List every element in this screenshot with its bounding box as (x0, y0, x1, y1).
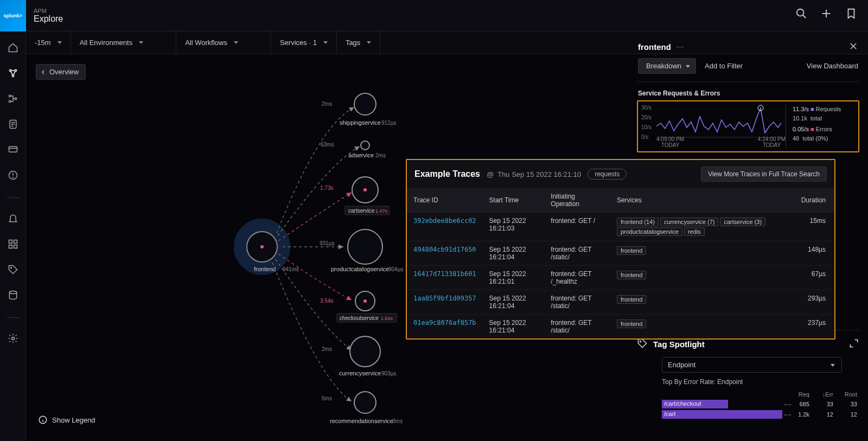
err-val: 12 (809, 411, 833, 418)
environments-dropdown[interactable]: All Environments (71, 31, 177, 54)
nav-logs-icon[interactable] (8, 119, 18, 131)
svg-point-18 (12, 177, 13, 178)
col-start-time: Start Time (483, 188, 545, 213)
root-val: 33 (833, 401, 857, 407)
trace-services: frontend (610, 266, 795, 290)
time-range-picker[interactable]: -15m (26, 31, 71, 54)
req-rate: 11.3/s (793, 106, 809, 112)
traces-chip-requests[interactable]: requests (588, 169, 627, 180)
svg-point-0 (797, 9, 804, 16)
err-label: Errors (816, 126, 832, 132)
search-icon[interactable] (795, 8, 807, 21)
nav-rum-icon[interactable] (8, 144, 18, 157)
service-tag: frontend (617, 319, 646, 328)
nav-home-icon[interactable] (8, 42, 18, 55)
nav-dashboards-icon[interactable] (8, 239, 18, 251)
breakdown-dropdown[interactable]: Breakdown (638, 58, 696, 74)
view-dashboard-link[interactable]: View Dashboard (807, 62, 858, 70)
tag-spotlight-row[interactable]: /cart/checkout6853333 (662, 400, 857, 408)
xaxis-day: TODAY (656, 142, 684, 148)
svg-point-58 (350, 336, 380, 367)
svg-text:5ms: 5ms (322, 395, 332, 401)
svg-rect-20 (14, 240, 17, 244)
nav-tag-icon[interactable] (8, 264, 18, 277)
tags-dropdown[interactable]: Tags (337, 31, 380, 54)
add-icon[interactable] (820, 8, 832, 21)
svg-text:frontend: frontend (254, 266, 276, 272)
col-initiating-op: Initiating Operation (544, 188, 610, 213)
trace-id-link[interactable]: 494804cb91d17650 (413, 246, 476, 253)
col-root: Root (833, 391, 857, 398)
svg-text:931µs: 931µs (320, 240, 334, 246)
table-row[interactable]: 1aa85f9bf1d09357Sep 15 2022 16:21:04fron… (407, 290, 834, 315)
nav-settings-icon[interactable] (8, 333, 18, 346)
bookmark-icon[interactable] (845, 8, 857, 21)
svg-text:941ms: 941ms (283, 266, 299, 272)
nav-alert-icon[interactable] (8, 170, 18, 182)
trace-id-link[interactable]: 16417d713381b601 (413, 270, 476, 278)
svg-point-23 (10, 267, 11, 269)
trace-id-link[interactable]: 1aa85f9bf1d09357 (413, 295, 476, 302)
svg-text:1.47s: 1.47s (375, 208, 388, 214)
root-val: 12 (833, 411, 857, 418)
trace-op: frontend: GET /_healthz (544, 266, 610, 290)
traces-timestamp: Thu Sep 15 2022 16:21:10 (497, 170, 581, 178)
svg-text:productcatalogservice: productcatalogservice (331, 266, 389, 272)
svg-point-50 (348, 229, 382, 264)
req-label: Requests (816, 106, 841, 112)
services-dropdown[interactable]: Services · 1 (271, 31, 337, 54)
svg-text:63ms: 63ms (321, 142, 334, 148)
table-row[interactable]: 494804cb91d17650Sep 15 2022 16:21:04fron… (407, 241, 834, 266)
tag-spotlight-row[interactable]: /cart1.2k1212 (662, 410, 857, 419)
err-pct: total (0%) (802, 135, 828, 142)
yaxis-tick: 20/s (641, 114, 652, 120)
svg-text:checkoutservice: checkoutservice (340, 315, 379, 321)
expand-icon[interactable] (848, 338, 859, 350)
workflows-dropdown[interactable]: All Workflows (176, 31, 271, 54)
col-trace-id: Trace ID (407, 188, 483, 213)
svg-text:3ms: 3ms (392, 418, 403, 424)
nav-data-icon[interactable] (8, 290, 18, 302)
table-row[interactable]: 16417d713381b601Sep 15 2022 16:21:01fron… (407, 266, 834, 290)
svg-point-6 (12, 75, 14, 76)
view-more-traces-button[interactable]: View More Traces in Full Trace Search (701, 167, 827, 182)
service-tag: cartservice (3) (720, 218, 765, 226)
close-panel-button[interactable] (848, 41, 858, 53)
service-tag: frontend (617, 295, 646, 304)
err-val: 33 (809, 401, 833, 407)
trace-start: Sep 15 2022 16:21:01 (483, 266, 545, 290)
svg-point-61 (354, 392, 376, 413)
nav-tree-icon[interactable] (8, 93, 18, 106)
nav-apm-icon[interactable] (8, 68, 18, 80)
traces-title: Example Traces (414, 169, 480, 179)
service-tag: frontend (617, 246, 646, 255)
service-tag: frontend (617, 271, 646, 279)
add-to-filter-link[interactable]: Add to Filter (705, 62, 743, 70)
trace-id-link[interactable]: 392ebdee8be6cc02 (413, 217, 476, 225)
show-legend-button[interactable]: Show Legend (38, 415, 95, 425)
trace-id-link[interactable]: 01ea9c8076af857b (413, 319, 476, 327)
svg-point-25 (11, 337, 14, 340)
more-menu-icon[interactable]: ⋯ (676, 43, 685, 51)
svg-point-24 (9, 291, 16, 294)
header-kicker: APM (34, 8, 63, 14)
trace-duration: 237µs (795, 315, 834, 339)
tag-spotlight-select[interactable]: Endpoint (662, 357, 842, 373)
svg-point-28 (260, 245, 264, 248)
trace-duration: 15ms (795, 213, 834, 241)
col-req: Req (786, 391, 809, 398)
svg-text:cartservice: cartservice (348, 208, 375, 214)
table-row[interactable]: 01ea9c8076af857bSep 15 2022 16:21:04fron… (407, 315, 834, 339)
header-title: Explore (34, 14, 63, 24)
nav-bell-icon[interactable] (8, 213, 18, 226)
trace-duration: 293µs (795, 290, 834, 315)
requests-errors-chart[interactable]: 30/s 20/s 10/s 0/s 4:09:00 PMTODAY 4:24:… (637, 100, 859, 152)
svg-text:904µs: 904µs (388, 266, 403, 272)
traces-at: @ (487, 170, 494, 178)
workflow-label: All Workflows (185, 39, 227, 47)
show-legend-label: Show Legend (52, 416, 95, 424)
trace-start: Sep 15 2022 16:21:04 (483, 290, 545, 315)
trace-services: frontend (610, 315, 795, 339)
splunk-logo[interactable]: splunk> (0, 0, 26, 31)
table-row[interactable]: 392ebdee8be6cc02Sep 15 2022 16:21:03fron… (407, 213, 834, 241)
